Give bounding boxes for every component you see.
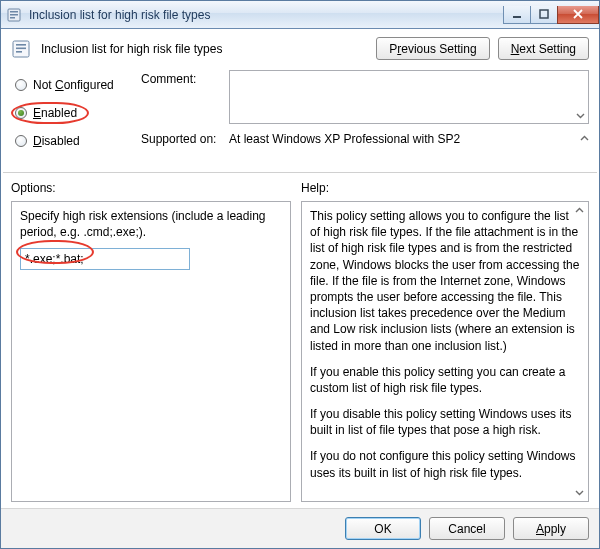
titlebar: Inclusion list for high risk file types	[1, 1, 599, 29]
policy-dialog: Inclusion list for high risk file types …	[0, 0, 600, 549]
policy-icon	[11, 38, 33, 60]
minimize-button[interactable]	[503, 6, 531, 24]
lower-split: Options: Specify high risk extensions (i…	[1, 173, 599, 508]
svg-rect-2	[10, 14, 18, 16]
svg-rect-9	[16, 51, 22, 53]
svg-rect-1	[10, 11, 18, 13]
help-paragraph: If you do not configure this policy sett…	[310, 448, 580, 480]
chevron-down-icon[interactable]	[572, 107, 588, 123]
radio-icon	[15, 135, 27, 147]
help-paragraph: If you enable this policy setting you ca…	[310, 364, 580, 396]
apply-button[interactable]: Apply	[513, 517, 589, 540]
help-paragraph: This policy setting allows you to config…	[310, 208, 580, 354]
radio-icon	[15, 79, 27, 91]
comment-label: Comment:	[141, 70, 229, 86]
window-controls	[504, 6, 599, 24]
svg-rect-7	[16, 44, 26, 46]
radio-icon	[15, 107, 27, 119]
help-heading: Help:	[301, 181, 589, 195]
close-button[interactable]	[557, 6, 599, 24]
svg-rect-5	[540, 10, 548, 18]
chevron-down-icon[interactable]	[571, 484, 588, 501]
next-setting-button[interactable]: Next Setting	[498, 37, 589, 60]
options-heading: Options:	[11, 181, 291, 195]
radio-disabled[interactable]: Disabled	[15, 134, 141, 148]
policy-title: Inclusion list for high risk file types	[41, 42, 368, 56]
svg-rect-8	[16, 47, 26, 49]
cancel-button[interactable]: Cancel	[429, 517, 505, 540]
options-hint: Specify high risk extensions (include a …	[20, 208, 282, 240]
help-paragraph: If you disable this policy setting Windo…	[310, 406, 580, 438]
radio-label-disabled: Disabled	[33, 134, 80, 148]
radio-not-configured[interactable]: Not Configured	[15, 78, 141, 92]
window-title: Inclusion list for high risk file types	[29, 8, 504, 22]
dialog-button-row: OK Cancel Apply	[1, 508, 599, 548]
svg-rect-4	[513, 16, 521, 18]
config-row: Not Configured Enabled Disabled Comment:	[1, 66, 599, 162]
options-panel: Specify high risk extensions (include a …	[11, 201, 291, 502]
extensions-input[interactable]	[20, 248, 190, 270]
supported-on-label: Supported on:	[141, 130, 229, 146]
supported-on-value: At least Windows XP Professional with SP…	[229, 130, 571, 146]
radio-label-not-configured: Not Configured	[33, 78, 114, 92]
radio-label-enabled: Enabled	[33, 106, 77, 120]
maximize-button[interactable]	[530, 6, 558, 24]
info-column: Comment: Supported on: At least Windows …	[141, 70, 589, 162]
state-radios: Not Configured Enabled Disabled	[11, 70, 141, 162]
previous-setting-button[interactable]: Previous Setting	[376, 37, 489, 60]
scrollbar[interactable]	[571, 202, 588, 501]
svg-rect-3	[10, 17, 15, 19]
options-column: Options: Specify high risk extensions (i…	[11, 181, 291, 502]
help-panel: This policy setting allows you to config…	[301, 201, 589, 502]
radio-enabled[interactable]: Enabled	[15, 106, 141, 120]
policy-window-icon	[7, 7, 23, 23]
comment-textarea[interactable]	[229, 70, 589, 124]
ok-button[interactable]: OK	[345, 517, 421, 540]
chevron-up-icon[interactable]	[571, 202, 588, 219]
chevron-up-icon[interactable]	[580, 132, 589, 146]
help-column: Help: This policy setting allows you to …	[301, 181, 589, 502]
header-row: Inclusion list for high risk file types …	[1, 29, 599, 66]
